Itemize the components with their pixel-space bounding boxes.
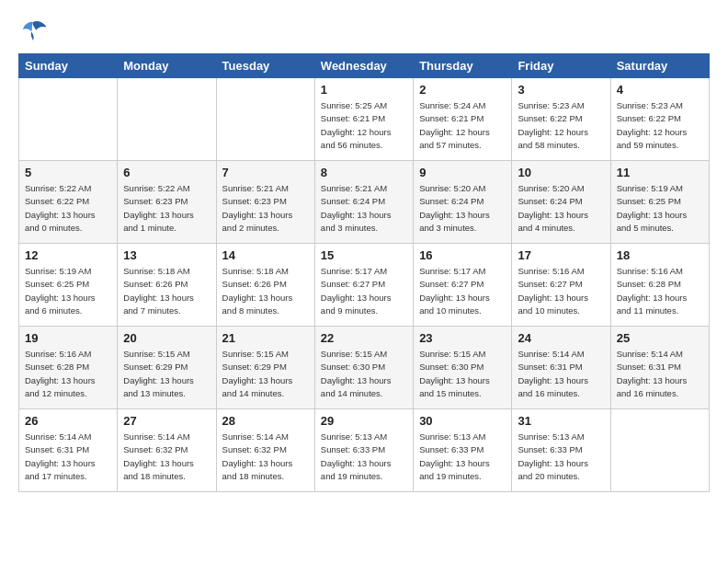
calendar-cell: 6Sunrise: 5:22 AMSunset: 6:23 PMDaylight… (118, 161, 216, 244)
day-info: Sunrise: 5:15 AMSunset: 6:29 PMDaylight:… (222, 348, 309, 400)
calendar-cell: 26Sunrise: 5:14 AMSunset: 6:31 PMDayligh… (19, 409, 118, 492)
calendar-cell: 17Sunrise: 5:16 AMSunset: 6:27 PMDayligh… (512, 244, 610, 327)
day-info: Sunrise: 5:23 AMSunset: 6:22 PMDaylight:… (617, 99, 703, 152)
calendar-cell: 12Sunrise: 5:19 AMSunset: 6:25 PMDayligh… (19, 244, 118, 327)
calendar-cell (19, 78, 118, 161)
day-info: Sunrise: 5:19 AMSunset: 6:25 PMDaylight:… (25, 265, 111, 317)
day-info: Sunrise: 5:14 AMSunset: 6:32 PMDaylight:… (222, 431, 309, 483)
calendar-week-row: 26Sunrise: 5:14 AMSunset: 6:31 PMDayligh… (19, 409, 710, 492)
day-info: Sunrise: 5:13 AMSunset: 6:33 PMDaylight:… (419, 431, 506, 483)
day-number: 21 (222, 331, 309, 345)
calendar-cell: 29Sunrise: 5:13 AMSunset: 6:33 PMDayligh… (314, 409, 413, 492)
calendar-cell: 11Sunrise: 5:19 AMSunset: 6:25 PMDayligh… (610, 161, 709, 244)
day-info: Sunrise: 5:14 AMSunset: 6:31 PMDaylight:… (518, 348, 604, 400)
day-number: 9 (419, 166, 506, 179)
day-info: Sunrise: 5:15 AMSunset: 6:29 PMDaylight:… (123, 348, 210, 400)
day-info: Sunrise: 5:20 AMSunset: 6:24 PMDaylight:… (419, 182, 506, 235)
calendar-cell: 15Sunrise: 5:17 AMSunset: 6:27 PMDayligh… (314, 244, 413, 327)
calendar-cell: 3Sunrise: 5:23 AMSunset: 6:22 PMDaylight… (512, 78, 610, 161)
day-info: Sunrise: 5:21 AMSunset: 6:24 PMDaylight:… (321, 182, 407, 235)
weekday-header-thursday: Thursday (414, 54, 512, 78)
logo (18, 18, 51, 44)
day-number: 11 (617, 166, 703, 179)
day-info: Sunrise: 5:25 AMSunset: 6:21 PMDaylight:… (321, 99, 407, 152)
day-number: 30 (419, 414, 506, 428)
calendar-cell: 27Sunrise: 5:14 AMSunset: 6:32 PMDayligh… (118, 409, 216, 492)
day-number: 10 (518, 166, 604, 179)
calendar-cell: 16Sunrise: 5:17 AMSunset: 6:27 PMDayligh… (414, 244, 512, 327)
weekday-header-saturday: Saturday (610, 54, 709, 78)
calendar-cell: 7Sunrise: 5:21 AMSunset: 6:23 PMDaylight… (216, 161, 314, 244)
day-number: 31 (518, 414, 604, 428)
day-number: 19 (25, 331, 111, 345)
day-number: 13 (123, 248, 210, 262)
day-info: Sunrise: 5:16 AMSunset: 6:28 PMDaylight:… (617, 265, 703, 317)
day-info: Sunrise: 5:13 AMSunset: 6:33 PMDaylight:… (518, 431, 604, 483)
day-number: 25 (617, 331, 703, 345)
calendar-cell (118, 78, 216, 161)
day-number: 3 (518, 83, 604, 97)
calendar-cell: 14Sunrise: 5:18 AMSunset: 6:26 PMDayligh… (216, 244, 314, 327)
day-number: 20 (123, 331, 210, 345)
calendar-week-row: 19Sunrise: 5:16 AMSunset: 6:28 PMDayligh… (19, 327, 710, 409)
day-number: 17 (518, 248, 604, 262)
day-number: 14 (222, 248, 309, 262)
day-info: Sunrise: 5:13 AMSunset: 6:33 PMDaylight:… (321, 431, 407, 483)
calendar-cell: 22Sunrise: 5:15 AMSunset: 6:30 PMDayligh… (314, 327, 413, 409)
day-number: 7 (222, 166, 309, 179)
day-info: Sunrise: 5:21 AMSunset: 6:23 PMDaylight:… (222, 182, 309, 235)
day-number: 12 (25, 248, 111, 262)
calendar-cell: 2Sunrise: 5:24 AMSunset: 6:21 PMDaylight… (414, 78, 512, 161)
day-info: Sunrise: 5:15 AMSunset: 6:30 PMDaylight:… (419, 348, 506, 400)
calendar-cell: 9Sunrise: 5:20 AMSunset: 6:24 PMDaylight… (414, 161, 512, 244)
day-number: 15 (321, 248, 407, 262)
day-number: 16 (419, 248, 506, 262)
day-info: Sunrise: 5:24 AMSunset: 6:21 PMDaylight:… (419, 99, 506, 152)
calendar-cell: 28Sunrise: 5:14 AMSunset: 6:32 PMDayligh… (216, 409, 314, 492)
day-number: 6 (123, 166, 210, 179)
day-info: Sunrise: 5:17 AMSunset: 6:27 PMDaylight:… (321, 265, 407, 317)
calendar-cell: 19Sunrise: 5:16 AMSunset: 6:28 PMDayligh… (19, 327, 118, 409)
day-number: 18 (617, 248, 703, 262)
calendar-cell: 5Sunrise: 5:22 AMSunset: 6:22 PMDaylight… (19, 161, 118, 244)
day-info: Sunrise: 5:15 AMSunset: 6:30 PMDaylight:… (321, 348, 407, 400)
day-info: Sunrise: 5:16 AMSunset: 6:27 PMDaylight:… (518, 265, 604, 317)
day-info: Sunrise: 5:23 AMSunset: 6:22 PMDaylight:… (518, 99, 604, 152)
day-number: 23 (419, 331, 506, 345)
logo-bird-icon (18, 18, 48, 44)
weekday-header-wednesday: Wednesday (314, 54, 413, 78)
page-header (18, 18, 710, 44)
calendar-cell: 21Sunrise: 5:15 AMSunset: 6:29 PMDayligh… (216, 327, 314, 409)
weekday-header-monday: Monday (118, 54, 216, 78)
calendar-cell: 10Sunrise: 5:20 AMSunset: 6:24 PMDayligh… (512, 161, 610, 244)
calendar-table: SundayMondayTuesdayWednesdayThursdayFrid… (18, 53, 710, 492)
calendar-cell: 31Sunrise: 5:13 AMSunset: 6:33 PMDayligh… (512, 409, 610, 492)
day-number: 24 (518, 331, 604, 345)
day-number: 29 (321, 414, 407, 428)
day-number: 26 (25, 414, 111, 428)
calendar-cell: 24Sunrise: 5:14 AMSunset: 6:31 PMDayligh… (512, 327, 610, 409)
calendar-cell: 23Sunrise: 5:15 AMSunset: 6:30 PMDayligh… (414, 327, 512, 409)
calendar-cell (216, 78, 314, 161)
day-number: 5 (25, 166, 111, 179)
calendar-cell: 30Sunrise: 5:13 AMSunset: 6:33 PMDayligh… (414, 409, 512, 492)
day-info: Sunrise: 5:22 AMSunset: 6:23 PMDaylight:… (123, 182, 210, 235)
calendar-cell: 1Sunrise: 5:25 AMSunset: 6:21 PMDaylight… (314, 78, 413, 161)
day-info: Sunrise: 5:19 AMSunset: 6:25 PMDaylight:… (617, 182, 703, 235)
day-number: 22 (321, 331, 407, 345)
day-number: 27 (123, 414, 210, 428)
day-info: Sunrise: 5:20 AMSunset: 6:24 PMDaylight:… (518, 182, 604, 235)
weekday-header-tuesday: Tuesday (216, 54, 314, 78)
day-number: 4 (617, 83, 703, 97)
day-info: Sunrise: 5:17 AMSunset: 6:27 PMDaylight:… (419, 265, 506, 317)
calendar-header-row: SundayMondayTuesdayWednesdayThursdayFrid… (19, 54, 710, 78)
day-number: 8 (321, 166, 407, 179)
calendar-cell: 20Sunrise: 5:15 AMSunset: 6:29 PMDayligh… (118, 327, 216, 409)
calendar-week-row: 12Sunrise: 5:19 AMSunset: 6:25 PMDayligh… (19, 244, 710, 327)
calendar-cell: 18Sunrise: 5:16 AMSunset: 6:28 PMDayligh… (610, 244, 709, 327)
day-info: Sunrise: 5:18 AMSunset: 6:26 PMDaylight:… (222, 265, 309, 317)
day-info: Sunrise: 5:14 AMSunset: 6:31 PMDaylight:… (617, 348, 703, 400)
day-info: Sunrise: 5:14 AMSunset: 6:32 PMDaylight:… (123, 431, 210, 483)
calendar-week-row: 1Sunrise: 5:25 AMSunset: 6:21 PMDaylight… (19, 78, 710, 161)
calendar-cell: 13Sunrise: 5:18 AMSunset: 6:26 PMDayligh… (118, 244, 216, 327)
